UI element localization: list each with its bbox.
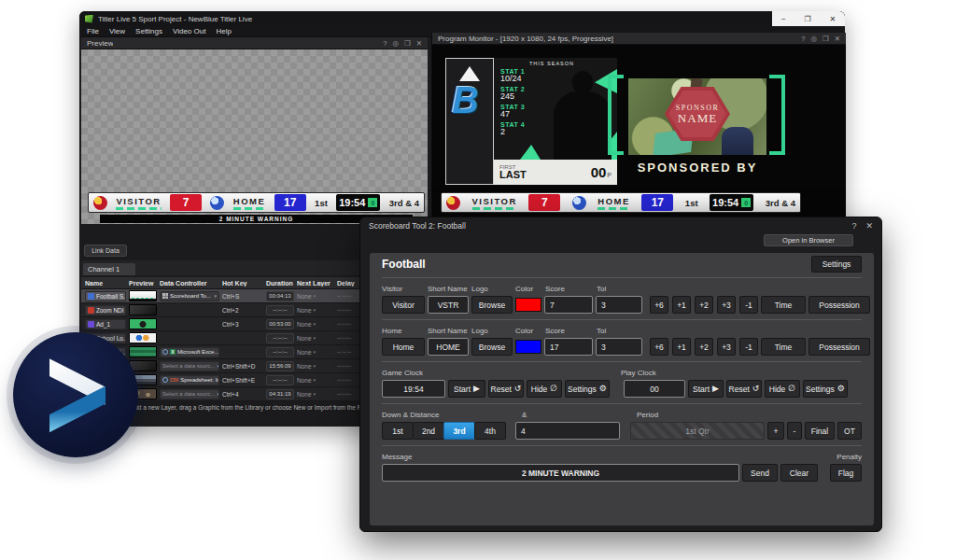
data-controller-select[interactable]: Scoreboard To...▾	[160, 291, 219, 301]
link-data-button[interactable]: Link Data	[84, 245, 127, 257]
spreadsheet-thumb[interactable]	[129, 346, 157, 357]
main-window-titlebar[interactable]: Titler Live 5 Sport Project - NewBlue Ti…	[79, 11, 845, 26]
game-clock-reset-button[interactable]: Reset↺	[488, 380, 524, 398]
minimize-icon[interactable]: −	[781, 15, 786, 23]
layer-name-cell[interactable]: Ad_1	[85, 319, 126, 329]
home-possession-button[interactable]: Possession	[808, 338, 870, 356]
pin-icon[interactable]: ◎	[810, 35, 817, 43]
period-minus-button[interactable]: -	[787, 422, 802, 440]
logo-thumb[interactable]	[129, 332, 157, 343]
preview-panel-header[interactable]: Preview ? ◎ ❐ ✕	[81, 37, 428, 49]
visitor-tol-field[interactable]: 3	[596, 296, 642, 314]
flag-button[interactable]: Flag	[830, 464, 862, 482]
open-in-browser-button[interactable]: Open in Browser	[764, 234, 853, 246]
next-layer-select[interactable]: None▾	[297, 377, 334, 384]
maximize-icon[interactable]: ❐	[804, 15, 810, 23]
menu-file[interactable]: File	[87, 27, 99, 35]
score-adjust-button-plus6[interactable]: +6	[650, 338, 668, 356]
play-clock-hide-button[interactable]: Hide∅	[765, 380, 800, 398]
send-button[interactable]: Send	[742, 464, 778, 482]
program-monitor-header[interactable]: Program Monitor - [1920 x 1080, 24 fps, …	[432, 33, 846, 45]
layer-name-cell[interactable]: Football S...	[85, 291, 126, 301]
score-adjust-button-plus3[interactable]: +3	[717, 296, 736, 314]
help-icon[interactable]: ?	[383, 39, 387, 48]
score-adjust-button-minus1[interactable]: -1	[739, 296, 758, 314]
game-clock-settings-button[interactable]: Settings⚙	[565, 380, 610, 398]
period-ot-button[interactable]: OT	[837, 422, 862, 440]
home-name-button[interactable]: Home	[382, 338, 425, 356]
popout-icon[interactable]: ❐	[404, 39, 411, 48]
close-icon[interactable]: ✕	[835, 35, 840, 43]
visitor-possession-button[interactable]: Possession	[808, 296, 870, 314]
next-layer-select[interactable]: None▾	[297, 335, 334, 342]
data-controller-select[interactable]: CSVSpreadsheet: In...▾	[160, 375, 219, 385]
menu-view[interactable]: View	[109, 27, 125, 35]
period-field[interactable]: 1st Qtr	[630, 422, 765, 440]
pin-icon[interactable]: ◎	[392, 39, 399, 48]
message-field[interactable]: 2 MINUTE WARNING	[382, 464, 739, 482]
visitor-time-button[interactable]: Time	[761, 296, 806, 314]
menu-settings[interactable]: Settings	[135, 27, 162, 35]
game-clock-hide-button[interactable]: Hide∅	[527, 380, 562, 398]
next-layer-select[interactable]: None▾	[297, 363, 334, 370]
distance-field[interactable]: 4	[515, 422, 620, 440]
score-adjust-button-plus2[interactable]: +2	[695, 338, 713, 356]
period-plus-button[interactable]: +	[767, 422, 784, 440]
help-icon[interactable]: ?	[801, 35, 805, 43]
play-clock-field[interactable]: 00	[624, 380, 685, 398]
home-color-swatch[interactable]	[515, 340, 541, 354]
layer-name-cell[interactable]: Zoom NDI	[85, 305, 126, 315]
close-icon[interactable]: ✕	[416, 39, 422, 48]
score-adjust-button-plus1[interactable]: +1	[672, 296, 691, 314]
next-layer-select[interactable]: None▾	[297, 349, 334, 356]
play-clock-settings-button[interactable]: Settings⚙	[803, 380, 848, 398]
next-layer-select[interactable]: None▾	[297, 391, 334, 398]
down-4th-button[interactable]: 4th	[474, 422, 506, 440]
close-icon[interactable]: ✕	[829, 15, 836, 23]
visitor-team: VISITOR	[472, 196, 517, 210]
video-dark-thumb[interactable]	[129, 304, 157, 315]
greenscreen-thumb[interactable]	[129, 318, 157, 329]
popout-icon[interactable]: ❐	[822, 35, 829, 43]
data-controller-select[interactable]: Select a data sourc...▾	[160, 361, 219, 371]
home-logo-browse-button[interactable]: Browse	[471, 338, 513, 356]
visitor-short-name-field[interactable]: VSTR	[428, 296, 469, 314]
play-clock-reset-button[interactable]: Reset↺	[726, 380, 762, 398]
home-score-field[interactable]: 17	[544, 338, 593, 356]
home-short-name-field[interactable]: HOME	[428, 338, 469, 356]
scorebug-thumb[interactable]	[129, 290, 157, 301]
score-adjust-button-plus3[interactable]: +3	[717, 338, 736, 356]
tol-label: Tol	[597, 285, 606, 293]
next-layer-select[interactable]: None▾	[297, 307, 334, 314]
home-tol-field[interactable]: 3	[596, 338, 642, 356]
play-clock-start-button[interactable]: Start▶	[688, 380, 724, 398]
down-1st-button[interactable]: 1st	[382, 422, 414, 440]
data-controller-select[interactable]: Select a data sourc...▾	[160, 389, 219, 399]
down-3rd-button[interactable]: 3rd	[443, 422, 475, 440]
visitor-name-button[interactable]: Visitor	[382, 296, 425, 314]
data-controller-select[interactable]: XMicrosoft Exce...▾	[160, 347, 219, 357]
score-adjust-button-plus6[interactable]: +6	[650, 296, 668, 314]
clear-button[interactable]: Clear	[780, 464, 818, 482]
next-layer-select[interactable]: None▾	[297, 293, 334, 300]
dialog-titlebar[interactable]: Scoreboard Tool 2: Football ? ✕	[360, 217, 881, 234]
next-layer-select[interactable]: None▾	[297, 321, 334, 328]
period-final-button[interactable]: Final	[805, 422, 835, 440]
visitor-color-swatch[interactable]	[515, 298, 541, 312]
menu-video-out[interactable]: Video Out	[173, 27, 205, 35]
visitor-score-field[interactable]: 7	[544, 296, 593, 314]
game-clock-field[interactable]: 19:54	[382, 380, 445, 398]
settings-button[interactable]: Settings	[811, 256, 862, 273]
help-icon[interactable]: ?	[851, 221, 856, 231]
game-clock-start-button[interactable]: Start▶	[448, 380, 485, 398]
hotkey-label: Ctrl+Shift+E	[222, 377, 263, 384]
close-icon[interactable]: ✕	[865, 221, 873, 231]
menu-help[interactable]: Help	[216, 27, 231, 35]
score-adjust-button-plus1[interactable]: +1	[672, 338, 691, 356]
score-adjust-button-plus2[interactable]: +2	[695, 296, 713, 314]
tab-channel-1[interactable]: Channel 1	[83, 263, 135, 275]
home-time-button[interactable]: Time	[761, 338, 806, 356]
score-adjust-button-minus1[interactable]: -1	[739, 338, 758, 356]
down-2nd-button[interactable]: 2nd	[413, 422, 444, 440]
visitor-logo-browse-button[interactable]: Browse	[471, 296, 513, 314]
